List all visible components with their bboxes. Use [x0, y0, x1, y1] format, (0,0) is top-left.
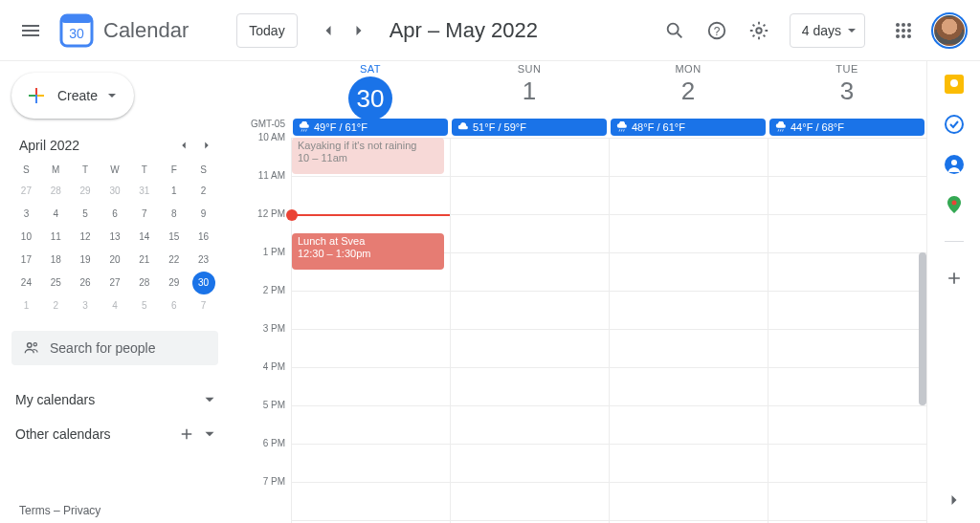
search-button[interactable] — [656, 11, 694, 50]
weather-chip[interactable]: 44°F / 68°F — [769, 119, 924, 136]
terms-link[interactable]: Terms — [19, 504, 51, 517]
search-people-placeholder: Search for people — [50, 340, 156, 356]
mini-day[interactable]: 16 — [192, 226, 215, 249]
calendar-event[interactable]: Kayaking if it's not raining10 – 11am — [292, 138, 444, 174]
mini-day[interactable]: 7 — [192, 294, 215, 317]
view-selector[interactable]: 4 days — [790, 13, 865, 48]
google-apps-button[interactable] — [884, 11, 923, 50]
maps-app-icon[interactable] — [945, 195, 964, 214]
mini-day[interactable]: 9 — [192, 203, 215, 226]
day-header[interactable]: SUN1 — [450, 61, 609, 119]
mini-day[interactable]: 4 — [44, 203, 67, 226]
svg-point-16 — [28, 343, 33, 348]
allday-cell[interactable]: 49°F / 61°F — [291, 119, 450, 138]
mini-day[interactable]: 6 — [163, 294, 186, 317]
mini-day[interactable]: 27 — [103, 272, 126, 294]
mini-day[interactable]: 29 — [163, 272, 186, 294]
mini-day[interactable]: 18 — [44, 249, 67, 272]
mini-day[interactable]: 23 — [192, 249, 215, 272]
mini-day[interactable]: 31 — [133, 180, 156, 203]
mini-day[interactable]: 5 — [133, 294, 156, 317]
allday-cell[interactable]: 48°F / 61°F — [609, 119, 768, 138]
collapse-sidepanel-button[interactable] — [945, 490, 964, 513]
app-name: Calendar — [103, 18, 189, 43]
mini-day[interactable]: 6 — [103, 203, 126, 226]
mini-day[interactable]: 2 — [192, 180, 215, 203]
mini-day[interactable]: 28 — [133, 272, 156, 294]
hour-label: 11 AM — [237, 170, 291, 208]
get-addons-button[interactable] — [945, 269, 964, 288]
my-calendars-toggle[interactable]: My calendars — [11, 382, 218, 417]
mini-day[interactable]: 19 — [74, 249, 97, 272]
mini-day[interactable]: 29 — [74, 180, 97, 203]
contacts-app-icon[interactable] — [945, 155, 964, 174]
tasks-app-icon[interactable] — [945, 115, 964, 134]
calendar-event[interactable]: Lunch at Svea12:30 – 1:30pm — [292, 233, 444, 270]
allday-cell[interactable]: 51°F / 59°F — [450, 119, 609, 138]
day-header[interactable]: TUE3 — [768, 61, 926, 119]
chevron-left-icon — [319, 21, 338, 40]
svg-point-23 — [951, 201, 956, 206]
account-avatar[interactable] — [934, 15, 965, 46]
mini-day[interactable]: 30 — [192, 272, 215, 294]
settings-button[interactable] — [740, 11, 778, 50]
mini-day[interactable]: 3 — [74, 294, 97, 317]
day-column[interactable]: Kayaking if it's not raining10 – 11amLun… — [291, 138, 450, 523]
mini-day[interactable]: 8 — [163, 203, 186, 226]
help-button[interactable]: ? — [698, 11, 736, 50]
mini-day[interactable]: 7 — [133, 203, 156, 226]
mini-day[interactable]: 5 — [74, 203, 97, 226]
prev-period-button[interactable] — [313, 15, 344, 46]
mini-day[interactable]: 11 — [44, 226, 67, 249]
day-number: 30 — [348, 76, 392, 120]
weather-chip[interactable]: 51°F / 59°F — [452, 119, 607, 136]
create-button[interactable]: Create — [11, 73, 134, 119]
mini-calendar[interactable]: SMTWTFS272829303112345678910111213141516… — [11, 161, 218, 317]
mini-day[interactable]: 17 — [14, 249, 37, 272]
mini-day[interactable]: 13 — [103, 226, 126, 249]
hour-label: 3 PM — [237, 323, 291, 361]
app-logo[interactable]: 30 Calendar — [57, 11, 189, 50]
weather-chip[interactable]: 49°F / 61°F — [293, 119, 448, 136]
mini-day[interactable]: 20 — [103, 249, 126, 272]
mini-day[interactable]: 22 — [163, 249, 186, 272]
day-column[interactable] — [768, 138, 926, 523]
other-calendars-toggle[interactable]: Other calendars — [11, 417, 218, 451]
weather-chip[interactable]: 48°F / 61°F — [611, 119, 766, 136]
plus-icon[interactable] — [178, 425, 195, 443]
allday-cell[interactable]: 44°F / 68°F — [768, 119, 926, 138]
day-header[interactable]: MON2 — [609, 61, 768, 119]
mini-day[interactable]: 2 — [44, 294, 67, 317]
day-column[interactable] — [609, 138, 768, 523]
day-of-week: TUE — [768, 63, 926, 75]
mini-day[interactable]: 27 — [14, 180, 37, 203]
keep-app-icon[interactable] — [945, 75, 964, 94]
mini-day[interactable]: 28 — [44, 180, 67, 203]
mini-day[interactable]: 1 — [14, 294, 37, 317]
day-header[interactable]: SAT30 — [291, 61, 450, 119]
today-button[interactable]: Today — [236, 13, 297, 48]
search-people-input[interactable]: Search for people — [11, 331, 218, 365]
mini-day[interactable]: 26 — [74, 272, 97, 294]
mini-prev-month[interactable] — [172, 134, 195, 157]
scrollbar-thumb[interactable] — [919, 252, 926, 405]
privacy-link[interactable]: Privacy — [63, 504, 100, 517]
mini-day[interactable]: 1 — [163, 180, 186, 203]
day-column[interactable] — [450, 138, 609, 523]
main-menu-button[interactable] — [8, 8, 54, 54]
mini-day[interactable]: 25 — [44, 272, 67, 294]
mini-day[interactable]: 21 — [133, 249, 156, 272]
plus-multicolor-icon — [25, 84, 48, 107]
mini-day[interactable]: 24 — [14, 272, 37, 294]
mini-next-month[interactable] — [195, 134, 218, 157]
mini-day[interactable]: 4 — [103, 294, 126, 317]
view-label: 4 days — [802, 23, 841, 38]
mini-day[interactable]: 15 — [163, 226, 186, 249]
mini-day[interactable]: 14 — [133, 226, 156, 249]
mini-day[interactable]: 3 — [14, 203, 37, 226]
next-period-button[interactable] — [344, 15, 374, 46]
now-indicator — [292, 214, 450, 216]
mini-day[interactable]: 10 — [14, 226, 37, 249]
mini-day[interactable]: 30 — [103, 180, 126, 203]
mini-day[interactable]: 12 — [74, 226, 97, 249]
